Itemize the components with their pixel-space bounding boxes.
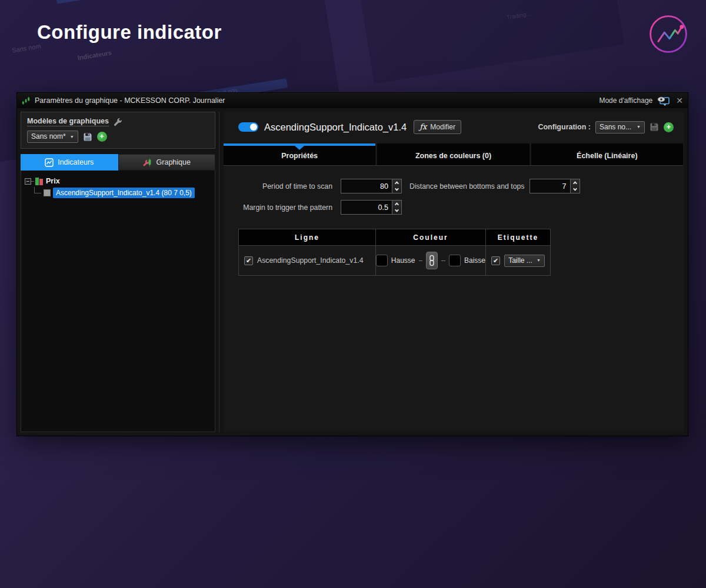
bg-fragment-bar (55, 0, 174, 4)
template-select[interactable]: Sans nom* ▼ (27, 131, 78, 143)
link-colors-button[interactable] (426, 252, 438, 269)
lines-table-header: Ligne Couleur Etiquette (239, 229, 550, 245)
chain-link-icon (429, 255, 435, 266)
bg-fragment-text: Indicateurs (77, 49, 112, 61)
candle-wrench-icon (143, 158, 152, 167)
brand-logo-icon (646, 12, 691, 56)
main-tabs: Propriétés Zones de couleurs (0) Échelle… (224, 143, 683, 165)
add-template-button[interactable]: + (97, 132, 107, 142)
save-configuration-icon[interactable] (650, 122, 659, 132)
modify-button-label: Modifier (430, 123, 455, 131)
hausse-label: Hausse (391, 256, 415, 265)
candles-icon (22, 96, 31, 105)
chevron-down-icon: ▼ (637, 125, 641, 129)
distance-stepper[interactable] (571, 179, 580, 193)
tab-echelle[interactable]: Échelle (Linéaire) (531, 143, 683, 165)
tab-graphique-label: Graphique (156, 158, 191, 166)
line-visible-checkbox[interactable]: ✔ (244, 256, 253, 265)
hausse-color-swatch[interactable] (376, 255, 388, 266)
chevron-down-icon: ▼ (537, 258, 541, 262)
display-mode-label: Mode d'affichage (599, 96, 652, 105)
sidebar: Modèles de graphiques Sans nom* ▼ (21, 112, 219, 432)
margin-stepper[interactable] (392, 200, 402, 215)
bg-fragment-text: Trading... (506, 11, 531, 21)
price-series-icon (35, 178, 43, 185)
tree-root-label: Prix (46, 177, 60, 185)
indicator-chart-icon (45, 158, 54, 167)
stepper-up-icon[interactable] (571, 179, 580, 186)
line-name: AscendingSupport_Indicato_v1.4 (257, 256, 364, 265)
chevron-down-icon: ▼ (70, 135, 74, 139)
configuration-select-value: Sans no... (600, 123, 631, 131)
template-select-value: Sans nom* (31, 132, 66, 141)
indicator-enabled-toggle[interactable] (238, 122, 258, 132)
col-ligne: Ligne (239, 229, 376, 245)
stepper-up-icon[interactable] (392, 179, 401, 186)
stepper-up-icon[interactable] (392, 201, 401, 208)
main-panel: AscendingSupport_Indicato_v1.4 ƒx Modifi… (224, 112, 684, 432)
taille-select-value: Taille ... (508, 256, 532, 265)
stepper-down-icon[interactable] (392, 208, 401, 215)
fx-icon: ƒx (419, 122, 427, 131)
wrench-icon[interactable] (114, 118, 122, 126)
tree-row-prix[interactable]: − Prix (25, 175, 211, 187)
tree-connector (31, 181, 34, 182)
stepper-down-icon[interactable] (392, 186, 401, 193)
link-dash (419, 260, 423, 261)
tab-echelle-label: Échelle (Linéaire) (577, 152, 638, 160)
baisse-label: Baisse (464, 256, 485, 265)
tab-indicateurs-label: Indicateurs (58, 158, 94, 166)
configuration-label: Configuration : (538, 123, 591, 131)
tab-graphique[interactable]: Graphique (118, 154, 216, 171)
indicator-name: AscendingSupport_Indicato_v1.4 (264, 122, 407, 133)
tab-proprietes-label: Propriétés (281, 152, 318, 160)
distance-input[interactable] (530, 179, 571, 193)
lines-table: Ligne Couleur Etiquette ✔ AscendingSuppo… (238, 229, 551, 276)
col-couleur: Couleur (376, 229, 486, 245)
period-input[interactable] (341, 179, 392, 193)
tree-expander-icon[interactable]: − (25, 178, 31, 185)
tab-zones-label: Zones de couleurs (0) (415, 152, 491, 160)
dialog-titlebar[interactable]: Paramètres du graphique - MCKESSON CORP.… (17, 93, 688, 108)
tab-proprietes[interactable]: Propriétés (224, 143, 375, 165)
modify-button[interactable]: ƒx Modifier (414, 120, 461, 134)
display-mode-icon[interactable] (657, 96, 670, 106)
indicator-color-chip (44, 189, 51, 196)
chart-templates-box: Modèles de graphiques Sans nom* ▼ (21, 112, 215, 149)
page-title: Configure indicator (37, 21, 222, 44)
save-template-icon[interactable] (83, 132, 92, 142)
add-configuration-button[interactable]: + (664, 122, 674, 132)
table-row: ✔ AscendingSupport_Indicato_v1.4 Hausse (239, 245, 550, 275)
baisse-color-swatch[interactable] (449, 255, 461, 266)
margin-label: Margin to trigger the pattern (238, 203, 332, 212)
taille-select[interactable]: Taille ... ▼ (504, 255, 545, 267)
link-dash (441, 260, 445, 261)
chart-templates-label: Modèles de graphiques (27, 117, 109, 126)
tab-zones-de-couleurs[interactable]: Zones de couleurs (0) (377, 143, 529, 165)
period-stepper[interactable] (392, 179, 402, 193)
background-screenshot-fragment: Trading... (358, 0, 624, 84)
tree-selected-item[interactable]: AscendingSupport_Indicato_v1.4 (80 7 0,5… (53, 188, 195, 198)
tree-elbow-connector (34, 187, 41, 193)
stepper-down-icon[interactable] (571, 186, 580, 193)
tree-row-indicator[interactable]: AscendingSupport_Indicato_v1.4 (80 7 0,5… (25, 187, 211, 199)
indicator-tree: − Prix AscendingSupport_Indicato_v1.4 (8… (21, 171, 215, 432)
close-icon[interactable]: ✕ (676, 96, 683, 105)
etiquette-checkbox[interactable]: ✔ (491, 256, 500, 265)
margin-input[interactable] (341, 200, 392, 215)
distance-label: Distance between bottoms and tops (409, 182, 525, 191)
tab-indicateurs[interactable]: Indicateurs (21, 154, 118, 171)
bg-fragment-text: Sans nom (11, 42, 41, 54)
period-label: Period of time to scan (238, 182, 332, 191)
sidebar-tabs: Indicateurs Graphique (21, 154, 215, 171)
configuration-select[interactable]: Sans no... ▼ (595, 121, 645, 133)
col-etiquette: Etiquette (486, 229, 550, 245)
dialog-title: Paramètres du graphique - MCKESSON CORP.… (35, 96, 225, 105)
chart-settings-dialog: Paramètres du graphique - MCKESSON CORP.… (16, 92, 688, 436)
